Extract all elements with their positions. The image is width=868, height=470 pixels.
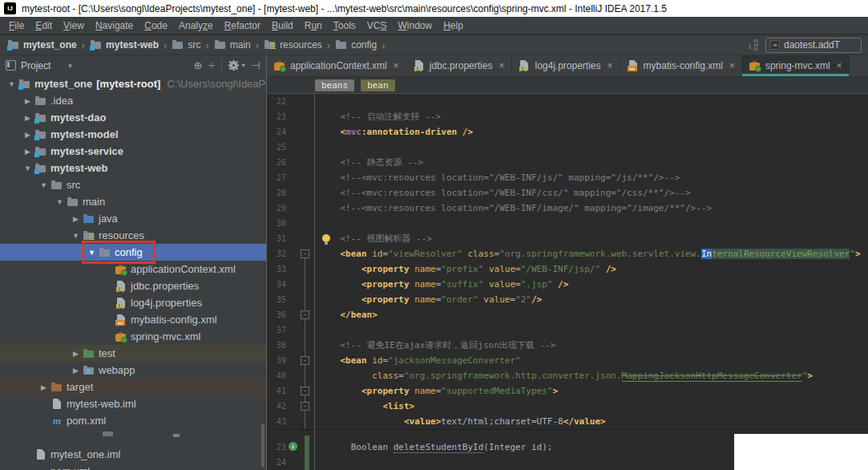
tab-mybatis-config.xml[interactable]: <>mybatis-config.xml× xyxy=(620,55,742,76)
breadcrumb-item-mytest-web[interactable]: mytest-web xyxy=(89,38,159,51)
code-line[interactable]: 29 <!--<mvc:resources location="/WEB-INF… xyxy=(267,201,868,216)
override-marker-icon[interactable]: ↓ xyxy=(289,442,297,451)
chevron-right-icon[interactable]: ▶ xyxy=(21,114,34,122)
code-line[interactable]: 43 <value>text/html;charset=UTF-8</value… xyxy=(267,414,868,429)
tab-log4j.properties[interactable]: log4j.properties× xyxy=(511,55,620,76)
tree-row-config[interactable]: ▼config xyxy=(0,244,266,261)
tree-row-pom.xml[interactable]: mpom.xml xyxy=(0,463,266,470)
chevron-down-icon[interactable]: ▾ xyxy=(68,62,72,70)
chevron-down-icon[interactable]: ▼ xyxy=(53,198,67,206)
tree-row-mybatis-config.xml[interactable]: <>mybatis-config.xml xyxy=(0,311,266,328)
code-line[interactable]: 28 <!--<mvc:resources location="/WEB-INF… xyxy=(267,185,868,201)
menu-item-code[interactable]: Code xyxy=(139,20,173,31)
menu-item-vcs[interactable]: VCS xyxy=(361,20,393,31)
code-line[interactable]: 25 xyxy=(267,140,868,155)
close-icon[interactable]: × xyxy=(608,60,613,71)
code-line[interactable]: 42- <list> xyxy=(267,399,868,414)
code-line[interactable]: 36- </bean> xyxy=(267,307,868,322)
menu-item-window[interactable]: Window xyxy=(392,20,438,31)
tree-row-mytest-dao[interactable]: ▶mytest-dao xyxy=(0,109,266,126)
breadcrumb-item-main[interactable]: main xyxy=(213,38,252,51)
code-line[interactable]: 32- <bean id="viewResolver" class="org.s… xyxy=(267,246,868,261)
code-line[interactable]: 27 <!--<mvc:resources location="/WEB-INF… xyxy=(267,170,868,185)
menu-item-help[interactable]: Help xyxy=(438,20,469,31)
menu-item-run[interactable]: Run xyxy=(299,20,328,31)
chevron-right-icon[interactable]: ▶ xyxy=(37,383,50,391)
tree-row-.idea[interactable]: ▶.idea xyxy=(0,92,266,109)
tree-row-jdbc.properties[interactable]: jdbc.properties xyxy=(0,278,266,294)
tree-row-test[interactable]: ▶test xyxy=(0,345,266,362)
code-line[interactable]: 37 xyxy=(267,322,868,338)
code-line[interactable]: 30 xyxy=(267,216,868,231)
tree-row-java[interactable]: ▶java xyxy=(0,210,266,227)
fold-marker[interactable]: - xyxy=(301,249,309,258)
close-icon[interactable]: × xyxy=(499,60,504,71)
tree-row-src[interactable]: ▼src xyxy=(0,176,266,193)
chevron-down-icon[interactable]: ▼ xyxy=(69,232,83,240)
code-line[interactable]: 39- <bean id="jacksonMessageConverter" xyxy=(267,353,868,368)
breadcrumb-item-mytest_one[interactable]: mytest_one xyxy=(6,38,78,51)
chevron-down-icon[interactable]: ▼ xyxy=(5,80,18,88)
menu-item-edit[interactable]: Edit xyxy=(30,20,58,31)
tree-row-mytest-model[interactable]: ▶mytest-model xyxy=(0,126,266,143)
menu-item-view[interactable]: View xyxy=(58,20,90,31)
close-icon[interactable]: × xyxy=(729,60,735,71)
menu-item-file[interactable]: File xyxy=(3,20,30,31)
code-line[interactable]: 34 <property name="suffix" value=".jsp" … xyxy=(267,277,868,292)
menu-item-refactor[interactable]: Refactor xyxy=(219,20,266,31)
chevron-right-icon[interactable]: ▶ xyxy=(69,367,83,375)
tree-row-pom.xml[interactable]: mpom.xml xyxy=(0,412,266,429)
tree-row-webapp[interactable]: ▶webapp xyxy=(0,362,266,379)
code-line[interactable]: 26 <!-- 静态资源 --> xyxy=(267,155,868,170)
tree-row-mytest_one[interactable]: ▼mytest_one[mytest-root]C:\Users\songl\I… xyxy=(0,75,266,92)
tree-row-main[interactable]: ▼main xyxy=(0,193,266,210)
fold-marker[interactable]: - xyxy=(301,402,309,411)
collapse-all-icon[interactable]: ÷ xyxy=(209,60,215,71)
chevron-right-icon[interactable]: ▶ xyxy=(21,131,34,139)
chevron-right-icon[interactable]: ▶ xyxy=(21,97,34,105)
locate-icon[interactable]: ⊕ xyxy=(194,60,203,71)
chevron-right-icon[interactable]: ▶ xyxy=(21,148,34,156)
tag-chip-bean[interactable]: bean xyxy=(361,79,395,91)
code-line[interactable]: 31 <!-- 视图解析器 --> xyxy=(267,231,868,246)
tree-row-mytest-web.iml[interactable]: mytest-web.iml xyxy=(0,395,266,412)
tree-row-ghost[interactable] xyxy=(0,429,266,446)
breadcrumb-item-resources[interactable]: resources xyxy=(263,38,323,51)
tree-row-mytest-web[interactable]: ▼mytest-web xyxy=(0,160,266,176)
chevron-right-icon[interactable]: ▶ xyxy=(69,350,83,358)
code-line[interactable]: 33 <property name="prefix" value="/WEB-I… xyxy=(267,261,868,277)
menu-item-analyze[interactable]: Analyze xyxy=(173,20,219,31)
close-icon[interactable]: × xyxy=(394,60,399,71)
code-line[interactable]: 24 <mvc:annotation-driven /> xyxy=(267,124,868,140)
tree-row-log4j.properties[interactable]: log4j.properties xyxy=(0,294,266,311)
hide-panel-icon[interactable]: ⊣ xyxy=(252,60,260,71)
intention-bulb-icon[interactable] xyxy=(322,234,330,242)
tab-spring-mvc.xml[interactable]: spring-mvc.xml× xyxy=(742,55,850,76)
chevron-down-icon[interactable]: ▼ xyxy=(85,249,99,257)
chevron-down-icon[interactable]: ▼ xyxy=(37,181,50,189)
chevron-right-icon[interactable]: ▶ xyxy=(69,215,83,223)
close-icon[interactable]: × xyxy=(837,60,842,71)
breadcrumb-item-src[interactable]: src xyxy=(171,38,201,51)
project-panel-title[interactable]: Project xyxy=(21,60,50,71)
tree-row-applicationContext.xml[interactable]: applicationContext.xml xyxy=(0,261,266,278)
tree-row-mytest-service[interactable]: ▶mytest-service xyxy=(0,143,266,160)
chevron-down-icon[interactable]: ▼ xyxy=(21,164,34,172)
tab-jdbc.properties[interactable]: jdbc.properties× xyxy=(406,55,512,76)
fold-marker[interactable]: - xyxy=(301,310,309,319)
code-line[interactable]: 23 <!-- 启动注解支持 --> xyxy=(267,109,868,124)
tree-row-mytest_one.iml[interactable]: mytest_one.iml xyxy=(0,446,266,463)
breadcrumb-item-config[interactable]: config xyxy=(334,38,377,51)
code-line[interactable]: 35 <property name="order" value="2"/> xyxy=(267,292,868,307)
run-configuration-select[interactable]: ◂▸ daotest.addT xyxy=(765,38,862,53)
code-editor[interactable]: 2223 <!-- 启动注解支持 -->24 <mvc:annotation-d… xyxy=(267,94,868,470)
tree-row-target[interactable]: ▶target xyxy=(0,379,266,395)
fold-marker[interactable]: - xyxy=(301,356,309,365)
code-line[interactable]: 38 <!-- 避免IE在ajax请求时，返回json出现下载 --> xyxy=(267,338,868,353)
project-scrollbar-thumb[interactable] xyxy=(261,423,264,468)
settings-gear-icon[interactable] xyxy=(230,62,237,69)
tree-row-resources[interactable]: ▼resources xyxy=(0,227,266,244)
tag-chip-beans[interactable]: beans xyxy=(315,79,354,91)
tree-row-spring-mvc.xml[interactable]: spring-mvc.xml xyxy=(0,328,266,345)
menu-item-tools[interactable]: Tools xyxy=(328,20,361,31)
